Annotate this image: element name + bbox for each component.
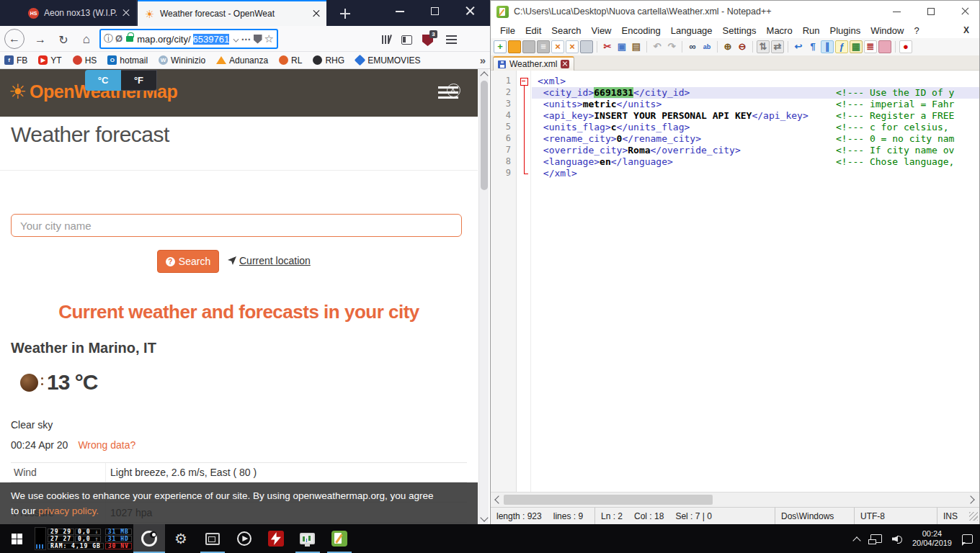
bookmark-hs[interactable]: HS [73, 55, 97, 66]
code-editor[interactable]: 123456789 <xml> <city_id>6691831</city_i… [491, 71, 979, 492]
extension-button[interactable]: 3 [419, 31, 437, 48]
file-manager-taskbar-button[interactable] [197, 524, 228, 553]
url-dropdown-icon[interactable] [233, 36, 239, 42]
reload-button[interactable] [55, 31, 72, 48]
bookmark-star-icon[interactable] [264, 35, 274, 44]
code-line-6[interactable]: <rename_city>0</rename_city><!--- 0 = no… [532, 133, 979, 145]
url-bar[interactable]: map.org/city/6539761 [99, 29, 278, 49]
close-button[interactable] [950, 1, 979, 22]
close-button[interactable] [455, 0, 483, 22]
sidebar-button[interactable] [398, 31, 415, 48]
lightning-taskbar-button[interactable] [260, 524, 292, 553]
menu-encoding[interactable]: Encoding [617, 24, 666, 37]
menu-edit[interactable]: Edit [520, 24, 546, 37]
maximize-button[interactable] [917, 1, 945, 22]
new-tab-button[interactable] [337, 6, 353, 22]
scroll-right-icon[interactable] [968, 495, 976, 504]
code-line-2[interactable]: <city_id>6691831</city_id><!--- Use the … [532, 87, 979, 99]
wrong-data-link[interactable]: Wrong data? [78, 439, 135, 451]
menu-help[interactable]: ? [909, 24, 924, 37]
bookmark-yt[interactable]: ▶YT [38, 55, 61, 66]
code-line-3[interactable]: <units>metric</units><!--- imperial = Fa… [532, 99, 979, 110]
code-line-5[interactable]: <units_flag>c</units_flag><!--- c for ce… [532, 122, 979, 133]
document-tab-weather-xml[interactable]: Weather.xml [493, 56, 574, 71]
save-icon[interactable] [522, 40, 535, 53]
tray-expand-icon[interactable] [854, 536, 860, 542]
code-area[interactable]: <xml> <city_id>6691831</city_id><!--- Us… [532, 71, 979, 492]
zoom-in-icon[interactable]: ⊕ [721, 40, 734, 53]
code-line-4[interactable]: <api_key>INSERT YOUR PERSONAL API KEY</a… [532, 110, 979, 122]
taskbar-clock[interactable]: 00:24 20/04/2019 [912, 529, 952, 548]
menu-window[interactable]: Window [865, 24, 909, 37]
url-text[interactable]: map.org/city/ [137, 34, 190, 45]
network-icon[interactable] [870, 534, 882, 543]
paste-icon[interactable]: ▤ [630, 40, 643, 53]
start-button[interactable] [0, 524, 33, 553]
menu-search[interactable]: Search [546, 24, 586, 37]
secure-lock-icon[interactable] [126, 36, 133, 42]
close-icon[interactable]: × [551, 40, 564, 53]
redo-icon[interactable]: ↷ [665, 40, 678, 53]
fold-collapse-icon[interactable] [517, 76, 530, 87]
fahrenheit-button[interactable]: °F [121, 70, 157, 91]
forward-button[interactable] [32, 31, 49, 48]
menu-run[interactable]: Run [798, 24, 825, 37]
scrollbar-thumb[interactable] [481, 81, 488, 190]
open-file-icon[interactable] [508, 40, 521, 53]
menu-file[interactable]: File [495, 24, 520, 37]
menu-view[interactable]: View [587, 24, 617, 37]
action-center-icon[interactable] [962, 534, 973, 544]
menubar-close-icon[interactable]: X [963, 25, 975, 35]
sync-vertical-scroll-icon[interactable]: ⇅ [757, 40, 770, 53]
save-all-icon[interactable]: ≡ [537, 40, 550, 53]
horizontal-scrollbar[interactable] [491, 492, 979, 507]
notepad-plus-plus-taskbar-button[interactable] [324, 524, 355, 553]
close-all-icon[interactable]: × [566, 40, 579, 53]
page-actions-icon[interactable] [241, 35, 251, 44]
bookmark-hotmail[interactable]: Ohotmail [107, 55, 148, 66]
menu-macro[interactable]: Macro [762, 24, 798, 37]
new-file-icon[interactable]: + [494, 40, 507, 53]
browser-tab-weather-forecast[interactable]: Weather forecast - OpenWeat [138, 0, 326, 26]
cookie-close-icon[interactable] [447, 84, 460, 97]
copy-icon[interactable]: ▣ [615, 40, 628, 53]
browser-tab-aeon-nox[interactable]: HS Aeon nox13 (W.I.P.) - Page 85 [22, 0, 137, 26]
record-macro-icon[interactable]: ● [899, 40, 912, 53]
firefox-taskbar-button[interactable] [133, 524, 165, 553]
replace-icon[interactable]: ab [700, 40, 713, 53]
sync-horizontal-scroll-icon[interactable]: ⇄ [771, 40, 784, 53]
home-button[interactable] [78, 31, 95, 48]
code-line-7[interactable]: <override_city>Roma</override_city><!---… [532, 145, 979, 156]
minimize-button[interactable] [883, 1, 912, 22]
tab-close-icon[interactable] [122, 9, 130, 17]
menu-button[interactable] [442, 31, 460, 48]
undo-icon[interactable]: ↶ [651, 40, 664, 53]
pocket-shield-icon[interactable] [254, 35, 262, 44]
document-map-icon[interactable]: ▦ [850, 40, 863, 53]
maximize-button[interactable] [421, 0, 448, 22]
bookmark-adunanza[interactable]: Adunanza [216, 55, 268, 66]
bookmark-rhg[interactable]: RHG [313, 55, 344, 66]
current-location-link[interactable]: Current location [228, 255, 311, 266]
menu-plugins[interactable]: Plugins [825, 24, 866, 37]
document-close-icon[interactable] [561, 60, 569, 68]
bookmark-emumovies[interactable]: EMUMOVIES [355, 55, 420, 66]
scroll-left-icon[interactable] [494, 495, 502, 504]
scrollbar-thumb[interactable] [504, 495, 713, 505]
folder-as-workspace-icon[interactable] [878, 40, 891, 53]
word-wrap-icon[interactable]: ↩ [792, 40, 805, 53]
scroll-down-icon[interactable] [481, 516, 487, 521]
find-icon[interactable]: ∞ [686, 40, 699, 53]
city-name-input[interactable] [11, 214, 462, 237]
code-line-1[interactable]: <xml> [532, 76, 979, 87]
menu-settings[interactable]: Settings [718, 24, 762, 37]
library-button[interactable] [378, 31, 395, 48]
minimize-button[interactable] [386, 0, 414, 22]
back-button[interactable] [4, 29, 24, 49]
scroll-up-icon[interactable] [481, 71, 487, 77]
print-icon[interactable] [580, 40, 593, 53]
code-line-9[interactable]: </xml> [532, 168, 979, 179]
page-info-icon[interactable] [104, 35, 113, 43]
zoom-out-icon[interactable]: ⊖ [736, 40, 749, 53]
tracking-protection-icon[interactable] [115, 35, 122, 43]
